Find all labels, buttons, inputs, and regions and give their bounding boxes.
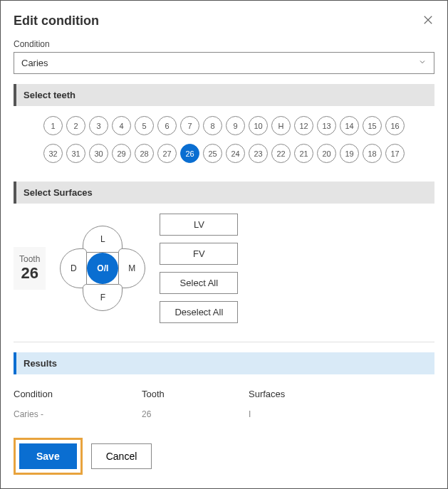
dialog-title: Edit condition bbox=[14, 14, 99, 28]
col-header-surfaces: Surfaces bbox=[249, 389, 434, 399]
results-data-row: Caries - 26 I bbox=[14, 404, 434, 432]
section-select-teeth: Select teeth bbox=[14, 84, 434, 106]
action-row: Save Cancel bbox=[14, 438, 434, 475]
tooth-7[interactable]: 7 bbox=[180, 116, 199, 135]
tooth-2[interactable]: 2 bbox=[66, 116, 85, 135]
surfaces-area: Tooth 26 L D M F O/I LVFVSelect AllDesel… bbox=[14, 214, 434, 337]
condition-label: Condition bbox=[14, 39, 434, 49]
chevron-down-icon bbox=[418, 58, 427, 68]
surface-btn-fv[interactable]: FV bbox=[160, 243, 238, 265]
tooth-5[interactable]: 5 bbox=[135, 116, 154, 135]
section-results: Results bbox=[14, 352, 434, 374]
save-highlight: Save bbox=[14, 438, 83, 475]
section-select-surfaces: Select Surfaces bbox=[14, 182, 434, 204]
tooth-6[interactable]: 6 bbox=[157, 116, 177, 135]
tooth-27[interactable]: 27 bbox=[157, 144, 177, 163]
tooth-25[interactable]: 25 bbox=[203, 144, 222, 163]
surface-btn-deselect-all[interactable]: Deselect All bbox=[160, 301, 238, 323]
tooth-31[interactable]: 31 bbox=[66, 144, 85, 163]
cell-tooth: 26 bbox=[142, 409, 249, 419]
tooth-30[interactable]: 30 bbox=[89, 144, 108, 163]
tooth-23[interactable]: 23 bbox=[249, 144, 268, 163]
teeth-grid: 12345678910H1213141516 32313029282726252… bbox=[14, 116, 434, 182]
tooth-21[interactable]: 21 bbox=[294, 144, 313, 163]
surface-btn-select-all[interactable]: Select All bbox=[160, 272, 238, 294]
cancel-button[interactable]: Cancel bbox=[91, 443, 152, 469]
condition-select[interactable]: Caries bbox=[14, 52, 434, 74]
tooth-24[interactable]: 24 bbox=[226, 144, 245, 163]
surface-btn-lv[interactable]: LV bbox=[160, 214, 238, 236]
surface-distal[interactable]: D bbox=[60, 248, 87, 288]
tooth-17[interactable]: 17 bbox=[385, 144, 405, 163]
condition-value: Caries bbox=[21, 58, 48, 68]
close-icon bbox=[422, 14, 434, 26]
close-button[interactable] bbox=[422, 14, 434, 29]
surface-diagram: L D M F O/I bbox=[60, 226, 145, 311]
tooth-13[interactable]: 13 bbox=[317, 116, 336, 135]
results-header-row: Condition Tooth Surfaces bbox=[14, 384, 434, 404]
teeth-upper-row: 12345678910H1213141516 bbox=[35, 116, 413, 135]
results-table: Condition Tooth Surfaces Caries - 26 I bbox=[14, 384, 434, 432]
divider bbox=[14, 342, 434, 342]
tooth-20[interactable]: 20 bbox=[317, 144, 336, 163]
tooth-3[interactable]: 3 bbox=[89, 116, 108, 135]
dialog-header: Edit condition bbox=[14, 14, 434, 29]
tooth-18[interactable]: 18 bbox=[363, 144, 382, 163]
edit-condition-dialog: Edit condition Condition Caries Select t… bbox=[0, 0, 448, 489]
cell-condition: Caries - bbox=[14, 409, 142, 419]
tooth-29[interactable]: 29 bbox=[112, 144, 131, 163]
tooth-indicator-number: 26 bbox=[19, 264, 40, 283]
surface-facial[interactable]: F bbox=[83, 284, 123, 311]
teeth-lower-row: 32313029282726252423222120191817 bbox=[35, 144, 413, 163]
tooth-1[interactable]: 1 bbox=[43, 116, 63, 135]
surface-buttons: LVFVSelect AllDeselect All bbox=[160, 214, 238, 323]
tooth-indicator: Tooth 26 bbox=[14, 247, 46, 290]
tooth-28[interactable]: 28 bbox=[135, 144, 154, 163]
tooth-4[interactable]: 4 bbox=[112, 116, 131, 135]
tooth-32[interactable]: 32 bbox=[43, 144, 63, 163]
tooth-22[interactable]: 22 bbox=[271, 144, 291, 163]
tooth-15[interactable]: 15 bbox=[363, 116, 382, 135]
tooth-indicator-label: Tooth bbox=[19, 254, 40, 264]
tooth-26[interactable]: 26 bbox=[180, 144, 199, 163]
tooth-16[interactable]: 16 bbox=[385, 116, 405, 135]
surface-mesial[interactable]: M bbox=[118, 248, 145, 288]
tooth-9[interactable]: 9 bbox=[226, 116, 245, 135]
tooth-12[interactable]: 12 bbox=[294, 116, 313, 135]
save-button[interactable]: Save bbox=[19, 443, 77, 469]
tooth-H[interactable]: H bbox=[271, 116, 291, 135]
tooth-14[interactable]: 14 bbox=[340, 116, 359, 135]
col-header-condition: Condition bbox=[14, 389, 142, 399]
cell-surfaces: I bbox=[249, 409, 434, 419]
col-header-tooth: Tooth bbox=[142, 389, 249, 399]
tooth-8[interactable]: 8 bbox=[203, 116, 222, 135]
tooth-10[interactable]: 10 bbox=[249, 116, 268, 135]
surface-occlusal-incisal[interactable]: O/I bbox=[87, 253, 118, 284]
surface-lingual[interactable]: L bbox=[83, 226, 123, 253]
tooth-19[interactable]: 19 bbox=[340, 144, 359, 163]
